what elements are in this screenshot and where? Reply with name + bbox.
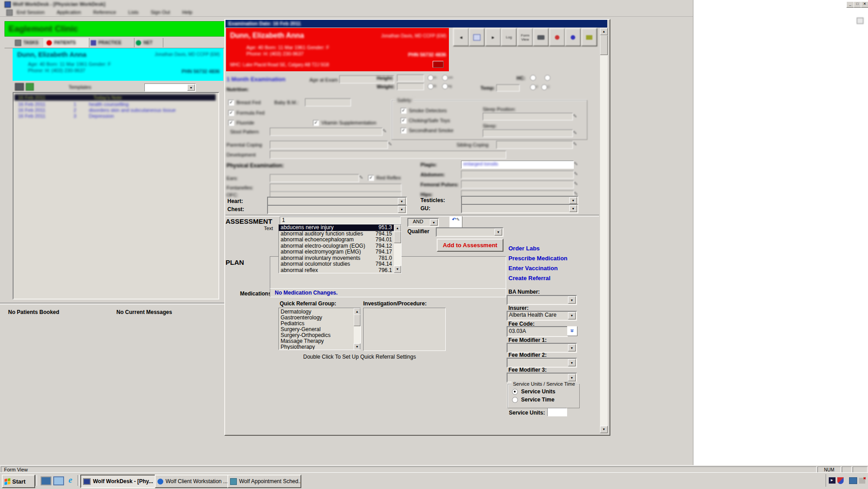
menu-item[interactable]: Application <box>57 9 81 15</box>
medications-field[interactable]: No Medication Changes. <box>270 288 506 297</box>
calendar-button[interactable] <box>469 28 485 46</box>
action-link[interactable]: Create Referral <box>508 273 568 283</box>
next-record-button[interactable]: ► <box>485 28 501 46</box>
pencil-icon[interactable]: ✎ <box>573 113 577 119</box>
record-red-button[interactable] <box>549 28 565 46</box>
pencil-icon[interactable]: ✎ <box>359 175 363 180</box>
parental-coping-field[interactable] <box>270 141 388 149</box>
banner-flag-button[interactable] <box>433 61 443 68</box>
scroll-down-icon[interactable]: ▼ <box>394 266 401 273</box>
assessment-item[interactable]: abnormal reflex 796.1 <box>279 268 394 274</box>
quicklaunch-ie-icon[interactable]: e <box>66 475 75 485</box>
quicklaunch-folders-icon[interactable] <box>53 476 64 485</box>
antivirus-shield-icon[interactable] <box>837 477 844 484</box>
height-field[interactable] <box>397 74 424 82</box>
temp-field[interactable] <box>496 84 520 92</box>
plagio-field[interactable]: enlarged tonsils <box>461 161 574 169</box>
fee-modifier1-combo[interactable]: ▼ <box>507 343 577 353</box>
smoke-detectors-checkbox[interactable]: ✓ <box>401 108 406 114</box>
assessment-item[interactable]: abnormal echoencephalogram 794.01 <box>279 237 394 243</box>
scroll-thumb[interactable] <box>354 314 360 326</box>
fluoride-checkbox[interactable]: ✓ <box>228 120 234 126</box>
pencil-icon[interactable]: ✎ <box>388 141 392 147</box>
breast-fed-checkbox[interactable]: ✓ <box>228 100 234 106</box>
chevron-down-icon[interactable]: ▼ <box>494 229 502 235</box>
weight-field[interactable] <box>397 83 424 90</box>
menu-item[interactable]: Sign Out <box>151 9 170 15</box>
temp-c-radio[interactable] <box>541 84 547 90</box>
secondhand-checkbox[interactable]: ✓ <box>401 128 406 134</box>
and-combo[interactable]: AND ▼ <box>407 218 439 227</box>
record-blue-button[interactable] <box>565 28 581 46</box>
femoral-pulses-field[interactable] <box>461 180 574 189</box>
height-in-radio[interactable] <box>428 75 434 81</box>
menu-item[interactable]: Reference <box>93 9 116 15</box>
chevron-down-icon[interactable]: ▼ <box>568 374 576 381</box>
prev-record-button[interactable]: ◄ <box>453 28 469 46</box>
assessment-item[interactable]: abnormal auditory function studies 794.1… <box>279 231 394 237</box>
sleep-field[interactable] <box>483 129 573 137</box>
chevron-down-icon[interactable]: ▼ <box>430 219 438 226</box>
assessment-item[interactable]: abnormal oculomotor studies 794.14 <box>279 261 394 268</box>
list-scrollbar[interactable]: ▲ ▼ <box>394 225 401 273</box>
pencil-icon[interactable]: ✎ <box>383 128 387 134</box>
chevron-down-icon[interactable]: ▼ <box>568 296 576 304</box>
action-link[interactable]: Enter Vaccination <box>508 263 568 273</box>
scroll-thumb[interactable] <box>394 231 401 243</box>
fee-code-lookup-button[interactable]: » <box>567 326 577 336</box>
tab-net[interactable]: NET <box>133 38 163 47</box>
weight-lb-radio[interactable] <box>428 83 434 89</box>
referral-group-item[interactable]: Physiotherapy <box>279 344 354 350</box>
vitamin-checkbox[interactable]: ✓ <box>313 120 319 126</box>
taskbar-task-appointment-scheduler[interactable]: Wolf Appointment Sched... <box>227 475 301 488</box>
action-link[interactable]: Order Labs <box>508 244 568 254</box>
assessment-item[interactable]: abnormal electromyogram (EMG) 794.17 <box>279 249 394 255</box>
investigation-box[interactable] <box>363 308 446 351</box>
quick-referral-list[interactable]: DermatologyGastroenterologyPediatricsSur… <box>278 308 361 350</box>
chevron-down-icon[interactable]: ▼ <box>569 197 577 204</box>
chart-new-icon[interactable] <box>26 83 34 91</box>
exit-button[interactable] <box>581 28 597 46</box>
chest-combo[interactable]: ▼ <box>267 205 407 214</box>
remote-access-icon[interactable]: ► <box>829 477 836 484</box>
tab-tasks[interactable]: TASKS <box>12 38 45 47</box>
scroll-thumb[interactable] <box>600 35 608 55</box>
log-button[interactable]: Log <box>501 28 517 46</box>
close-button[interactable]: ✕ <box>861 1 868 8</box>
abdomen-field[interactable] <box>461 171 574 179</box>
pencil-icon[interactable]: ✎ <box>574 181 578 187</box>
qualifier-combo[interactable]: ▼ <box>436 227 503 237</box>
chevron-down-icon[interactable]: ▼ <box>398 198 406 205</box>
maximize-button[interactable]: □ <box>854 1 861 8</box>
red-reflex-checkbox[interactable]: ✓ <box>368 175 374 181</box>
chevron-down-icon[interactable]: ▼ <box>568 344 576 351</box>
service-units-input[interactable] <box>547 408 567 416</box>
assessment-item[interactable]: abnormal electro-oculogram (EOG) 794.12 <box>279 243 394 249</box>
stool-field[interactable] <box>270 128 383 136</box>
pencil-icon[interactable]: ✎ <box>573 130 577 136</box>
app-titlebar[interactable]: Wolf WorkDesk - [Physician WorkDesk] _ □… <box>0 0 868 8</box>
tab-practice[interactable]: PRACTICE <box>88 38 134 47</box>
assessment-dropdown-list[interactable]: abducens nerve injury 951.3 abnormal aud… <box>278 224 402 273</box>
visit-row[interactable]: 16 Feb 2011 3 Depression <box>14 113 216 119</box>
fee-modifier2-combo[interactable]: ▼ <box>507 358 577 368</box>
list-scrollbar[interactable]: ▲ ▼ <box>354 308 360 350</box>
hc-cm-radio[interactable] <box>545 75 550 81</box>
volume-muted-icon[interactable]: ✖ <box>859 478 865 484</box>
visit-row[interactable]: 16 Feb 2011 2 disorders skin and subcuta… <box>14 107 216 113</box>
exam-titlebar[interactable]: Examination Date: 16 Feb 2011 <box>226 20 607 28</box>
chevron-down-icon[interactable]: ▼ <box>187 84 195 91</box>
scroll-down-icon[interactable]: ▼ <box>354 343 360 350</box>
chevron-down-icon[interactable]: ▼ <box>569 205 577 212</box>
pencil-icon[interactable]: ✎ <box>574 171 578 177</box>
assessment-search-input[interactable]: 1 <box>280 217 401 224</box>
development-field[interactable] <box>270 151 506 159</box>
chevron-down-icon[interactable]: ▼ <box>398 206 406 213</box>
start-button[interactable]: Start <box>2 475 35 488</box>
menu-item[interactable]: Help <box>182 9 193 15</box>
chevron-down-icon[interactable]: ▼ <box>568 312 576 319</box>
visit-row[interactable]: 16 Feb 2011 1 health counselling <box>14 101 216 107</box>
print-button[interactable] <box>533 28 549 46</box>
menu-item[interactable]: Lists <box>128 9 139 15</box>
pencil-icon[interactable]: ✎ <box>573 141 577 147</box>
